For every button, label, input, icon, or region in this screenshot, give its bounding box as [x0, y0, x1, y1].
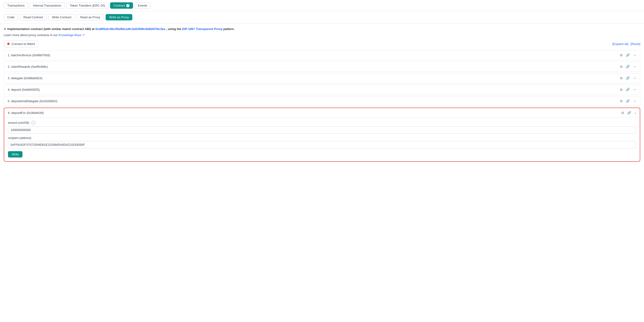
function-row-5: 5. depositAndDelegate (0x32d39d1f) ⧉ 🔗 → — [4, 96, 640, 106]
copy-icon-3[interactable]: ⧉ — [620, 76, 622, 80]
tab-write-contract[interactable]: Write Contract — [48, 14, 75, 20]
expand-arrow-3[interactable]: → — [633, 76, 636, 80]
function-row-6: 6. depositFor (0x36efd16f) ⧉ 🔗 ↓ amount … — [4, 108, 640, 162]
function-header-6[interactable]: 6. depositFor (0x36efd16f) ⧉ 🔗 ↓ — [4, 108, 640, 118]
recipient-input[interactable] — [8, 141, 636, 148]
info-text: Implementation contract (with similar ma… — [7, 27, 234, 32]
expand-reset-actions: [Expand all] [Reset] — [612, 42, 640, 46]
tab-internal-transactions[interactable]: Internal Transactions — [30, 2, 65, 9]
function-actions-6: ⧉ 🔗 ↓ — [622, 111, 636, 115]
function-row-4: 4. deposit (0xb6b55f25) ⧉ 🔗 → — [4, 85, 640, 95]
expand-arrow-4[interactable]: → — [633, 88, 636, 91]
tab-read-contract[interactable]: Read Contract — [20, 14, 46, 20]
function-title-3: 3. delegate (0x08bbb824) — [8, 76, 42, 80]
link-icon-4[interactable]: 🔗 — [626, 88, 630, 91]
tab-code[interactable]: Code — [4, 14, 18, 20]
copy-icon-2[interactable]: ⧉ — [620, 65, 622, 69]
expand-arrow-5[interactable]: → — [633, 99, 636, 103]
function-title-5: 5. depositAndDelegate (0x32d39d1f) — [8, 99, 57, 103]
connection-status-dot — [7, 43, 10, 45]
copy-icon-5[interactable]: ⧉ — [620, 99, 622, 103]
tab-events[interactable]: Events — [134, 2, 151, 9]
copy-icon-1[interactable]: ⧉ — [620, 53, 622, 57]
function-actions-1: ⧉ 🔗 → — [620, 53, 636, 57]
function-row-2: 2. claimRewards (0xef5cfb8c) ⧉ 🔗 → — [4, 62, 640, 72]
collapse-arrow-6[interactable]: ↓ — [634, 111, 636, 115]
link-icon-5[interactable]: 🔗 — [626, 99, 630, 103]
copy-icon-4[interactable]: ⧉ — [620, 88, 622, 92]
connect-row: Connect to Web3 [Expand all] [Reset] — [4, 41, 640, 47]
expand-all-link[interactable]: [Expand all] — [612, 42, 628, 46]
top-tab-bar: Transactions Internal Transactions Token… — [0, 0, 644, 11]
link-icon-1[interactable]: 🔗 — [626, 53, 630, 57]
function-header-5[interactable]: 5. depositAndDelegate (0x32d39d1f) ⧉ 🔗 → — [4, 96, 640, 106]
function-title-1: 1. batchAuthorize (0x89bf70d3) — [8, 54, 50, 57]
contract-address-link[interactable]: 0xd9f0a2c9bc95d9dca4fc3a53596c6d8287f4c3… — [95, 27, 165, 31]
field-label-recipient: recipient (address) — [8, 136, 636, 140]
tab-write-as-proxy[interactable]: Write as Proxy — [106, 14, 132, 20]
function-actions-2: ⧉ 🔗 → — [620, 65, 636, 69]
amount-input[interactable] — [8, 126, 636, 134]
function-header-1[interactable]: 1. batchAuthorize (0x89bf70d3) ⧉ 🔗 → — [4, 50, 640, 60]
function-title-6: 6. depositFor (0x36efd16f) — [8, 111, 44, 115]
function-header-4[interactable]: 4. deposit (0xb6b55f25) ⧉ 🔗 → — [4, 85, 640, 94]
function-actions-4: ⧉ 🔗 → — [620, 88, 636, 92]
learn-more-row: Learn more about proxy contracts in our … — [4, 33, 640, 37]
external-link-icon: ↗ — [82, 33, 85, 37]
function-actions-5: ⧉ 🔗 → — [620, 99, 636, 103]
function-header-3[interactable]: 3. delegate (0x08bbb824) ⧉ 🔗 → — [4, 73, 640, 83]
copy-icon-6[interactable]: ⧉ — [622, 111, 624, 115]
reset-link[interactable]: [Reset] — [631, 42, 640, 46]
main-content: ≡ Implementation contract (with similar … — [0, 24, 644, 166]
field-label-amount: amount (uint256) + — [8, 121, 636, 125]
expand-arrow-2[interactable]: → — [633, 65, 636, 69]
function-body-6: amount (uint256) + recipient (address) W… — [4, 118, 640, 161]
info-banner: ≡ Implementation contract (with similar … — [4, 27, 640, 32]
function-header-2[interactable]: 2. claimRewards (0xef5cfb8c) ⧉ 🔗 → — [4, 62, 640, 72]
knowledge-base-link[interactable]: Knowledge Base ↗ — [58, 33, 85, 37]
layers-icon: ≡ — [4, 27, 6, 31]
write-button-6[interactable]: Write — [8, 151, 22, 157]
function-title-4: 4. deposit (0xb6b55f25) — [8, 88, 40, 91]
expand-arrow-1[interactable]: → — [633, 53, 636, 57]
eip-link[interactable]: EIP-1967 Transparent Proxy — [182, 27, 222, 31]
tab-contract[interactable]: Contract ✓ — [110, 2, 133, 9]
function-actions-3: ⧉ 🔗 → — [620, 76, 636, 80]
connect-web3-button[interactable]: Connect to Web3 — [4, 41, 38, 47]
function-row-3: 3. delegate (0x08bbb824) ⧉ 🔗 → — [4, 73, 640, 83]
link-icon-2[interactable]: 🔗 — [626, 65, 630, 69]
verified-icon: ✓ — [126, 4, 130, 7]
link-icon-3[interactable]: 🔗 — [626, 76, 630, 80]
sub-tab-bar: Code Read Contract Write Contract Read a… — [0, 11, 644, 24]
function-title-2: 2. claimRewards (0xef5cfb8c) — [8, 65, 48, 69]
link-icon-6[interactable]: 🔗 — [627, 111, 631, 115]
tab-transactions[interactable]: Transactions — [4, 2, 28, 9]
function-row-1: 1. batchAuthorize (0x89bf70d3) ⧉ 🔗 → — [4, 50, 640, 60]
add-amount-button[interactable]: + — [32, 121, 36, 125]
tab-token-transfers[interactable]: Token Transfers (ERC-20) — [66, 2, 109, 9]
tab-read-as-proxy[interactable]: Read as Proxy — [77, 14, 104, 20]
